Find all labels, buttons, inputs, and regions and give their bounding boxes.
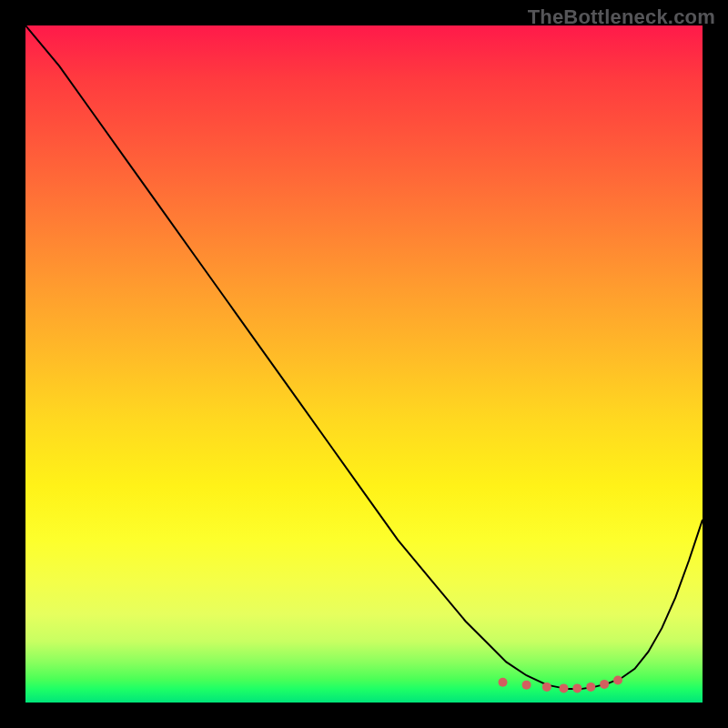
optimal-range-dots: [499, 675, 622, 693]
optimal-dot: [559, 683, 568, 693]
optimal-dot: [572, 683, 581, 693]
curve-overlay: [25, 25, 703, 703]
bottleneck-chart: TheBottleneck.com: [0, 0, 728, 728]
optimal-dot: [613, 675, 622, 684]
watermark-label: TheBottleneck.com: [528, 5, 715, 29]
optimal-dot: [499, 678, 508, 687]
optimal-dot: [586, 682, 595, 692]
optimal-dot: [522, 681, 531, 690]
optimal-dot: [600, 680, 609, 689]
optimal-dot: [542, 682, 551, 692]
bottleneck-curve-line: [25, 25, 703, 689]
plot-area: [25, 25, 703, 703]
